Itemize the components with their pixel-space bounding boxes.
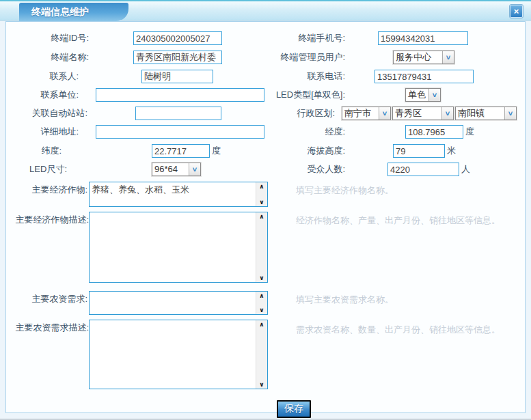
main-crops-desc-hint: 经济作物名称、产量、出产月份、销往地区等信息。 — [296, 214, 500, 227]
dialog-titlebar: 终端信息维护 × — [0, 0, 531, 20]
chevron-down-icon: ˅ — [504, 107, 516, 120]
main-crops-hint: 填写主要经济作物名称。 — [296, 184, 394, 197]
main-crops-textarea[interactable]: 养猪、养兔、水稻、玉米 — [90, 182, 256, 206]
region-district-select[interactable]: 青秀区 ˅ — [392, 107, 454, 120]
terminal-phone-input[interactable] — [378, 31, 468, 45]
terminal-phone-label: 终端手机号: — [260, 31, 345, 45]
contact-label: 联系人: — [14, 70, 79, 83]
terminal-id-input[interactable] — [133, 31, 222, 45]
dialog-title: 终端信息维护 — [31, 6, 89, 17]
contact-phone-label: 联系电话: — [260, 70, 345, 83]
chevron-down-icon: ˅ — [441, 107, 453, 120]
region-city-select[interactable]: 南宁市 ˅ — [342, 107, 391, 120]
altitude-input[interactable] — [393, 144, 445, 158]
agri-needs-desc-hint: 需求农资名称、数量、出产月份、销往地区等信息。 — [296, 324, 500, 336]
close-button[interactable]: × — [510, 5, 523, 18]
scroll-up-icon[interactable]: ∧ — [259, 212, 264, 221]
terminal-info-dialog: 终端信息维护 × 终端ID号: 终端手机号: 终端名称: 终端管理员用户: 服务… — [0, 0, 531, 420]
admin-user-select[interactable]: 服务中心 ˅ — [393, 51, 454, 64]
audience-label: 受众人数: — [260, 163, 345, 176]
address-label: 详细地址: — [14, 125, 79, 139]
terminal-name-input[interactable] — [133, 51, 222, 64]
region-label: 行政区划: — [260, 107, 335, 120]
audience-input[interactable] — [387, 163, 459, 176]
region-town-select[interactable]: 南阳镇 ˅ — [455, 107, 517, 120]
latitude-unit: 度 — [212, 144, 221, 158]
contact-unit-input[interactable] — [96, 88, 264, 102]
longitude-label: 经度: — [260, 125, 345, 139]
chevron-down-icon: ˅ — [379, 107, 390, 120]
altitude-unit: 米 — [447, 144, 456, 158]
agri-needs-desc-label: 主要农资需求描述: — [7, 321, 89, 335]
contact-phone-input[interactable] — [375, 70, 474, 83]
agri-needs-desc-textarea[interactable] — [90, 320, 256, 389]
scroll-up-icon[interactable]: ∧ — [259, 320, 264, 328]
longitude-unit: 度 — [465, 125, 474, 139]
auto-station-input[interactable] — [135, 107, 221, 120]
agri-needs-desc-textarea-wrap: ∧ ∨ — [89, 320, 268, 389]
scrollbar[interactable]: ∧ ∨ — [256, 292, 267, 314]
main-crops-desc-textarea-wrap: ∧ ∨ — [89, 212, 268, 283]
chevron-down-icon: ˅ — [442, 51, 454, 64]
agri-needs-textarea[interactable] — [90, 292, 256, 314]
led-size-select[interactable]: 96*64 ˅ — [152, 163, 201, 176]
agri-needs-hint: 填写主要农资需求名称。 — [296, 294, 394, 306]
chevron-down-icon: ˅ — [189, 163, 200, 176]
scrollbar[interactable]: ∧ ∨ — [256, 212, 267, 282]
main-crops-desc-label: 主要经济作物描述: — [7, 213, 89, 227]
longitude-input[interactable] — [405, 125, 463, 139]
scroll-down-icon[interactable]: ∨ — [259, 274, 264, 282]
agri-needs-label: 主要农资需求: — [14, 292, 87, 306]
scroll-up-icon[interactable]: ∧ — [259, 182, 264, 191]
contact-input[interactable] — [141, 70, 213, 83]
scroll-down-icon[interactable]: ∨ — [259, 380, 264, 389]
scroll-down-icon[interactable]: ∨ — [259, 198, 264, 206]
scroll-down-icon[interactable]: ∨ — [259, 306, 264, 314]
terminal-id-label: 终端ID号: — [14, 31, 89, 45]
chevron-down-icon: ˅ — [428, 89, 440, 101]
contact-unit-label: 联系单位: — [14, 88, 79, 102]
latitude-input[interactable] — [152, 144, 210, 158]
terminal-name-label: 终端名称: — [14, 51, 89, 64]
audience-unit: 人 — [461, 163, 470, 176]
save-button[interactable]: 保存 — [277, 400, 311, 418]
main-crops-desc-textarea[interactable] — [90, 212, 256, 282]
auto-station-label: 关联自动站站: — [14, 107, 87, 120]
latitude-label: 纬度: — [14, 144, 62, 158]
address-input[interactable] — [96, 125, 264, 139]
agri-needs-textarea-wrap: ∧ ∨ — [89, 291, 268, 315]
led-type-select[interactable]: 单色 ˅ — [405, 88, 441, 102]
scrollbar[interactable]: ∧ ∨ — [256, 320, 267, 389]
scrollbar[interactable]: ∧ ∨ — [256, 182, 267, 206]
altitude-label: 海拔高度: — [260, 144, 345, 158]
main-crops-textarea-wrap: 养猪、养兔、水稻、玉米 ∧ ∨ — [89, 182, 268, 207]
led-size-label: LED尺寸: — [14, 163, 67, 176]
admin-user-label: 终端管理员用户: — [260, 51, 345, 64]
scroll-up-icon[interactable]: ∧ — [259, 292, 264, 300]
led-type-label: LED类型[单双色]: — [260, 88, 345, 102]
main-crops-label: 主要经济作物: — [14, 183, 87, 197]
dialog-title-tab: 终端信息维护 — [19, 3, 128, 21]
close-icon: × — [514, 6, 519, 16]
